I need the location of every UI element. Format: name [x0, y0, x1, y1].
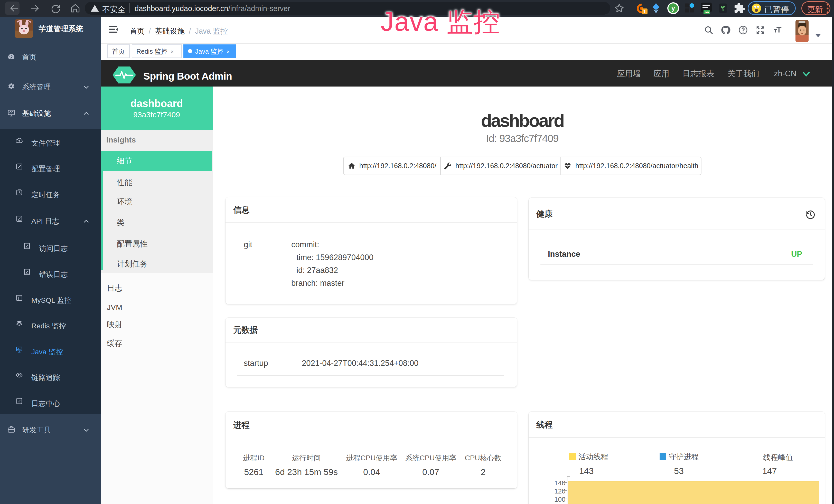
svg-text:on: on	[705, 10, 709, 14]
svg-text:y: y	[672, 5, 675, 12]
svg-text:1: 1	[643, 9, 646, 15]
